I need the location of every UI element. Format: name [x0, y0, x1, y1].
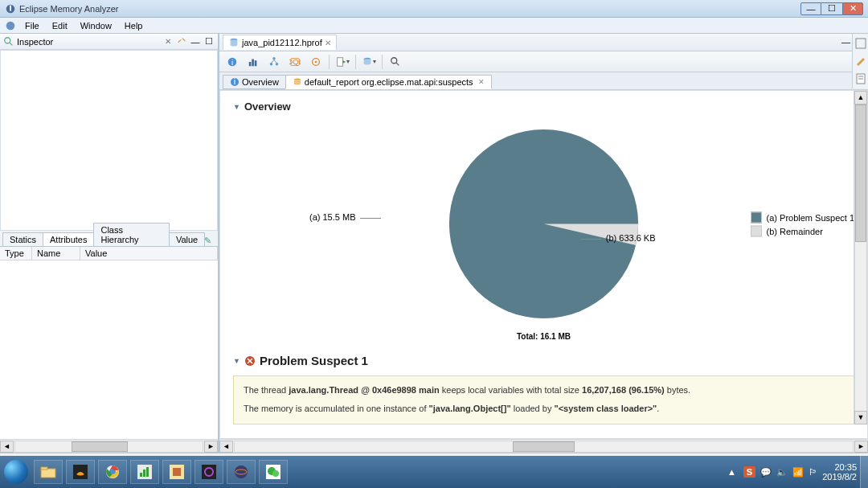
report-icon [293, 77, 302, 87]
legend-swatch-b [751, 225, 762, 236]
dominator-tree-icon[interactable] [266, 54, 282, 70]
task-app1[interactable] [130, 460, 159, 484]
content-hscrollbar[interactable]: ◄ ► [219, 439, 868, 453]
problem-description: The thread java.lang.Thread @ 0x46e9898 … [233, 375, 854, 424]
menu-help[interactable]: Help [119, 19, 149, 32]
svg-point-2 [6, 21, 15, 30]
legend-label-a: (a) Problem Suspect 1 [767, 212, 854, 222]
scroll-up-icon[interactable]: ▲ [854, 91, 867, 105]
histogram-icon[interactable] [245, 54, 261, 70]
editor-toolbar: i OQL ▾ ▾ [219, 51, 868, 72]
overview-chart: (a) 15.5 MB (b) 633.6 KB (a) Problem Sus… [233, 117, 854, 330]
svg-rect-40 [41, 467, 47, 470]
inspector-table-header: Type Name Value [0, 247, 218, 260]
inspector-close-icon[interactable]: ✕ [162, 37, 174, 46]
tray-clock[interactable]: 20:35 2019/8/2 [822, 462, 857, 482]
svg-rect-32 [856, 39, 866, 48]
content-vscrollbar[interactable]: ▲ ▼ [854, 91, 867, 424]
subtab-report[interactable]: default_report org.eclipse.mat.api:suspe… [285, 75, 492, 89]
column-value[interactable]: Value [80, 247, 218, 260]
inspector-icon [3, 36, 14, 47]
inspector-tab-value[interactable]: Value [169, 232, 205, 246]
task-sublime[interactable] [66, 460, 95, 484]
edit-perspective-icon[interactable] [854, 55, 867, 68]
menu-bar: File Edit Window Help [0, 18, 868, 34]
svg-text:i: i [231, 57, 233, 66]
inspector-tab-statics[interactable]: Statics [2, 232, 43, 246]
subtab-overview[interactable]: i Overview [223, 75, 286, 89]
start-button[interactable] [0, 456, 32, 488]
tray-input-icon[interactable]: S [743, 466, 755, 478]
inspector-link-icon[interactable] [176, 36, 187, 47]
collapse-icon[interactable]: ▼ [233, 103, 240, 111]
window-maximize-button[interactable]: ☐ [821, 2, 842, 15]
pin-icon[interactable]: ✎ [204, 236, 215, 246]
menu-file[interactable]: File [19, 19, 45, 32]
task-app3[interactable] [194, 460, 223, 484]
run-report-icon[interactable]: ▾ [334, 54, 350, 70]
scroll-left-icon[interactable]: ◄ [0, 441, 14, 453]
inspector-title: Inspector [17, 37, 162, 47]
query-browser-icon[interactable]: ▾ [361, 54, 377, 70]
inspector-tabstrip: Statics Attributes Class Hierarchy Value… [0, 231, 218, 247]
svg-text:i: i [234, 77, 235, 86]
tray-chat-icon[interactable]: 💬 [760, 467, 772, 478]
task-chrome[interactable] [98, 460, 127, 484]
tray-volume-icon[interactable]: 🔈 [776, 467, 788, 478]
inspector-table-body [0, 260, 218, 440]
subtab-close-icon[interactable]: ✕ [476, 78, 485, 86]
svg-point-52 [235, 465, 248, 478]
pie-chart [445, 125, 642, 322]
app-icon [5, 3, 16, 14]
svg-marker-21 [343, 60, 346, 64]
menu-edit[interactable]: Edit [47, 19, 73, 32]
perspective-bar [852, 34, 868, 88]
error-icon [244, 355, 256, 367]
svg-rect-9 [252, 59, 254, 66]
scroll-down-icon[interactable]: ▼ [854, 411, 867, 424]
oql-icon[interactable]: OQL [287, 54, 303, 70]
collapse-icon[interactable]: ▼ [233, 357, 240, 365]
svg-point-3 [5, 37, 10, 43]
task-explorer[interactable] [34, 460, 63, 484]
window-minimize-button[interactable]: — [800, 2, 821, 15]
scroll-left-icon[interactable]: ◄ [219, 441, 233, 453]
task-wechat[interactable] [259, 460, 288, 484]
show-desktop-button[interactable] [860, 456, 868, 488]
thread-icon[interactable] [308, 54, 324, 70]
perspective-icon[interactable] [854, 37, 867, 50]
inspector-tab-attributes[interactable]: Attributes [43, 232, 94, 246]
hprof-icon [228, 37, 240, 48]
svg-rect-49 [173, 468, 181, 476]
problem-section-header: ▼ Problem Suspect 1 [233, 354, 854, 367]
legend-swatch-a [751, 211, 762, 223]
tray-flag-icon[interactable]: 🏳 [809, 467, 817, 477]
notes-icon[interactable] [854, 72, 867, 85]
svg-point-19 [315, 60, 317, 63]
tray-overflow-icon[interactable]: ▲ [725, 467, 739, 477]
inspector-minimize-icon[interactable]: — [190, 36, 201, 47]
svg-rect-8 [249, 62, 252, 66]
menu-window[interactable]: Window [75, 19, 117, 32]
scroll-right-icon[interactable]: ► [854, 441, 868, 453]
task-eclipse[interactable] [227, 460, 256, 484]
task-app2[interactable] [162, 460, 191, 484]
editor-tab-hprof[interactable]: java_pid12112.hprof ✕ [223, 35, 337, 50]
inspector-tab-class-hierarchy[interactable]: Class Hierarchy [93, 223, 169, 246]
window-close-button[interactable]: ✕ [842, 2, 863, 15]
tray-network-icon[interactable]: 📶 [792, 467, 804, 478]
column-type[interactable]: Type [0, 247, 32, 260]
inspector-maximize-icon[interactable]: ☐ [203, 36, 215, 47]
scroll-right-icon[interactable]: ► [204, 441, 218, 453]
search-icon[interactable] [387, 54, 403, 70]
editor-minimize-icon[interactable]: — [841, 37, 850, 47]
eclipse-icon [5, 20, 16, 31]
pie-label-a: (a) 15.5 MB [309, 212, 381, 222]
editor-tab-close-icon[interactable]: ✕ [325, 39, 331, 47]
info-icon[interactable]: i [224, 54, 240, 70]
inspector-hscrollbar[interactable]: ◄ ► [0, 439, 218, 453]
column-name[interactable]: Name [32, 247, 80, 260]
svg-rect-1 [10, 5, 11, 10]
svg-rect-45 [140, 473, 142, 477]
subtab-overview-label: Overview [242, 77, 279, 87]
